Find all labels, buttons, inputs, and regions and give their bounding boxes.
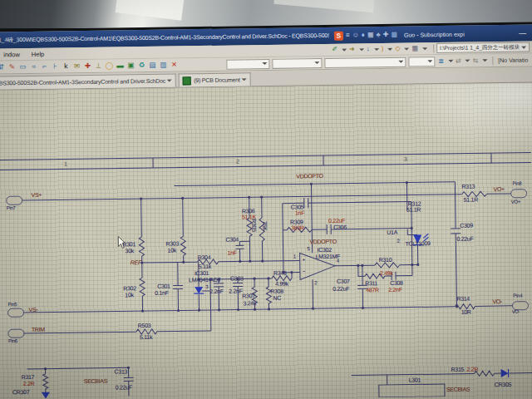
compare-2-icon[interactable]: ⇆	[472, 57, 480, 64]
tool-5-icon[interactable]: ⊦	[51, 63, 59, 71]
tray-3-icon[interactable]: ♦	[362, 32, 365, 38]
chevron-down-icon	[448, 60, 453, 62]
tool-16-icon[interactable]: ✕	[170, 62, 178, 69]
quick-toolbar: ✐➜↓)◇▦	[331, 45, 431, 53]
chevron-down-icon	[342, 48, 347, 51]
tab-pcb-doc[interactable]: (9) PCB Document	[179, 72, 251, 86]
tab-pcb-label: (9) PCB Document	[194, 76, 240, 83]
combo-4[interactable]	[408, 57, 435, 66]
chevron-down-icon	[262, 62, 267, 65]
wiring-toolbar: ⇵✎▭≈⌐⊦k✉✚⊥◯▬▣♻▤▥✕	[0, 62, 178, 71]
chevron-down-icon	[242, 78, 247, 81]
tab-schematic-doc[interactable]: BS300-500S2B-Control-AM1-3SecondaryContr…	[0, 73, 176, 89]
tool-2-icon[interactable]: ▭	[18, 63, 27, 71]
tool-7-icon[interactable]: ✉	[72, 62, 81, 70]
project-path-value: I:\Projects\1 1_4_四分之一砖模块	[440, 43, 520, 52]
tool-6-icon[interactable]: k	[62, 63, 70, 71]
tray-0-icon[interactable]: S	[334, 31, 343, 40]
pcb-doc-icon	[183, 76, 191, 85]
screen-glare	[284, 82, 532, 219]
tray-6-icon[interactable]: ✚	[383, 32, 389, 38]
minimize-button[interactable]: —	[516, 29, 529, 37]
chevron-down-icon	[404, 47, 409, 50]
tool-9-icon[interactable]: ⊥	[94, 62, 102, 70]
tool-14-icon[interactable]: ▤	[148, 62, 156, 69]
quick-3-icon[interactable]: )	[381, 46, 385, 52]
ceiling-light	[116, 0, 185, 21]
chevron-down-icon	[422, 47, 427, 50]
chevron-down-icon	[374, 48, 379, 51]
chevron-down-icon	[167, 80, 172, 82]
tool-4-icon[interactable]: ⌐	[40, 63, 48, 71]
tool-3-icon[interactable]: ≈	[29, 63, 37, 71]
tool-13-icon[interactable]: ♻	[137, 62, 145, 69]
compare-icons: ≣⇄⇆	[437, 57, 487, 65]
tray-4-icon[interactable]: ▦	[367, 32, 374, 38]
chevron-down-icon	[466, 60, 470, 62]
combo-1[interactable]	[226, 58, 269, 69]
tool-15-icon[interactable]: ▥	[159, 62, 167, 69]
combo-3[interactable]	[324, 57, 406, 67]
system-tray: S≡☺♦▦♣✚▩	[334, 30, 397, 40]
toolbar-separator	[492, 57, 493, 65]
chevron-down-icon	[427, 60, 432, 62]
tool-1-icon[interactable]: ✎	[7, 63, 16, 71]
menu-help[interactable]: Help	[26, 50, 51, 57]
chevron-down-icon	[314, 62, 319, 64]
chevron-down-icon	[359, 48, 364, 51]
tool-12-icon[interactable]: ▣	[126, 62, 135, 69]
chevron-down-icon	[521, 46, 526, 48]
ceiling-light-2	[273, 0, 374, 12]
account-status: Guo - Subscription expi	[404, 31, 465, 37]
chevron-down-icon	[398, 61, 403, 63]
tool-0-icon[interactable]: ⇵	[0, 64, 5, 71]
toolbar-separator	[433, 44, 434, 52]
tool-11-icon[interactable]: ▬	[116, 62, 124, 70]
tool-8-icon[interactable]: ✚	[83, 62, 91, 70]
chevron-down-icon	[482, 59, 487, 62]
compare-1-icon[interactable]: ⇄	[455, 57, 462, 64]
app-chrome: 1_4砖_300W\EQBS300-500S2B-Control-AM1\EQB…	[0, 24, 532, 90]
ceiling-background	[0, 0, 532, 28]
quick-1-icon[interactable]: ➜	[348, 46, 356, 52]
window-title: 1_4砖_300W\EQBS300-500S2B-Control-AM1\EQB…	[0, 32, 329, 45]
quick-0-icon[interactable]: ✐	[331, 47, 338, 53]
tray-2-icon[interactable]: ☺	[352, 32, 359, 38]
photo-frame: 1_4砖_300W\EQBS300-500S2B-Control-AM1\EQB…	[0, 0, 532, 399]
compare-0-icon[interactable]: ≣	[437, 57, 445, 64]
tray-1-icon[interactable]: ≡	[346, 32, 350, 39]
tab-schematic-label: BS300-500S2B-Control-AM1-3SecondaryContr…	[0, 78, 165, 86]
menu-window[interactable]: indow	[0, 51, 26, 58]
tray-5-icon[interactable]: ♣	[376, 32, 380, 38]
quick-4-icon[interactable]: ◇	[394, 46, 401, 52]
project-path-combo[interactable]: I:\Projects\1 1_4_四分之一砖模块	[436, 42, 530, 54]
chevron-down-icon	[387, 47, 392, 50]
quick-5-icon[interactable]: ▦	[411, 45, 419, 52]
schematic-canvas[interactable]	[0, 82, 532, 399]
tool-10-icon[interactable]: ◯	[105, 62, 113, 70]
quick-2-icon[interactable]: ↓	[366, 46, 371, 52]
variant-combo[interactable]: [No Variatio	[498, 57, 528, 64]
combo-2[interactable]	[272, 58, 322, 69]
tray-7-icon[interactable]: ▩	[391, 32, 397, 38]
monitor-screen: 1_4砖_300W\EQBS300-500S2B-Control-AM1\EQB…	[0, 24, 532, 399]
